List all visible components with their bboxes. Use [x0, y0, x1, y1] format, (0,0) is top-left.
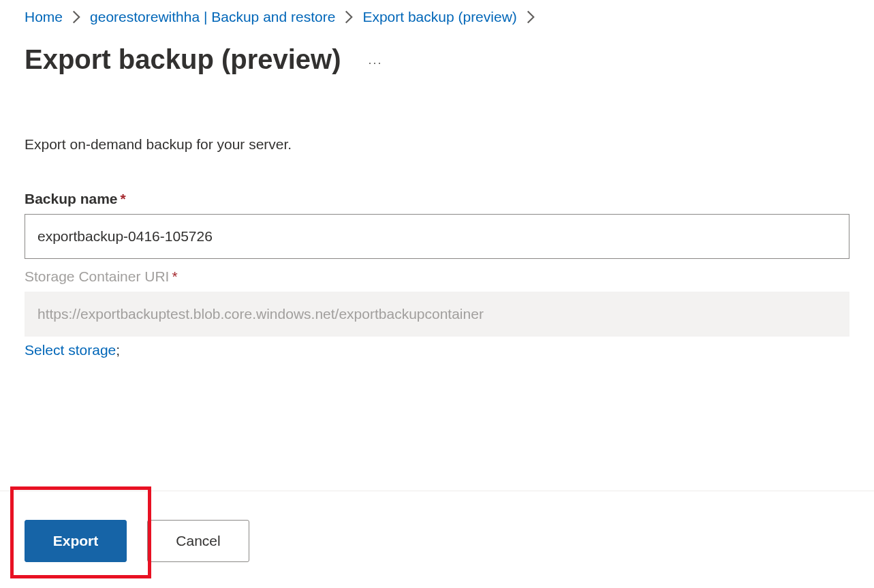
footer-actions: Export Cancel — [0, 491, 874, 581]
breadcrumb-current[interactable]: Export backup (preview) — [362, 9, 516, 25]
more-icon[interactable]: ··· — [369, 49, 383, 70]
backup-name-label: Backup name* — [25, 191, 849, 207]
punctuation: ; — [116, 342, 120, 358]
breadcrumb-home[interactable]: Home — [25, 9, 63, 25]
breadcrumb-resource[interactable]: georestorewithha | Backup and restore — [90, 9, 335, 25]
chevron-right-icon — [72, 10, 80, 24]
chevron-right-icon — [345, 10, 353, 24]
breadcrumb: Home georestorewithha | Backup and resto… — [25, 9, 849, 25]
page-description: Export on-demand backup for your server. — [25, 136, 849, 153]
cancel-button[interactable]: Cancel — [147, 520, 249, 562]
chevron-right-icon — [527, 10, 535, 24]
storage-uri-field-group: Storage Container URI* Select storage; — [25, 268, 849, 358]
page-title: Export backup (preview) — [25, 44, 341, 75]
select-storage-link[interactable]: Select storage — [25, 342, 116, 358]
required-indicator: * — [121, 191, 126, 206]
storage-uri-label: Storage Container URI* — [25, 268, 849, 285]
export-button[interactable]: Export — [25, 520, 127, 562]
backup-name-input[interactable] — [25, 214, 849, 259]
backup-name-field-group: Backup name* — [25, 191, 849, 259]
required-indicator: * — [172, 268, 177, 284]
storage-uri-input — [25, 292, 849, 337]
